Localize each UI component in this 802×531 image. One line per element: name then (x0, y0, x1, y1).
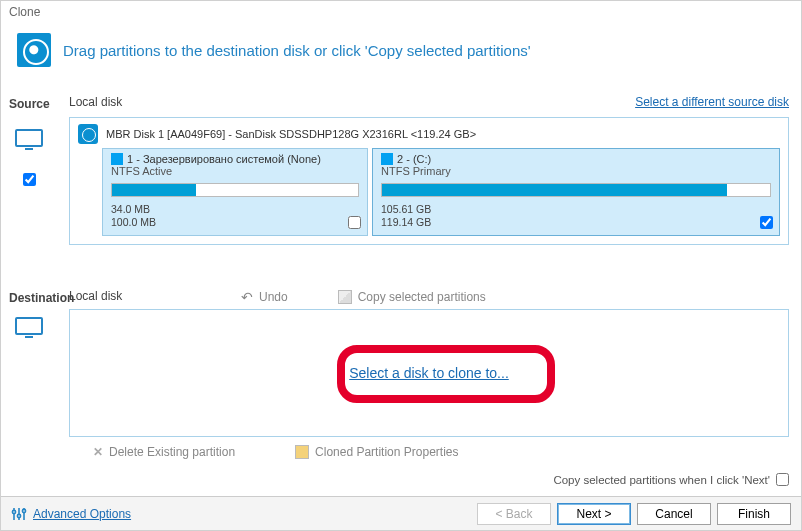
destination-local-disk: Local disk (69, 289, 122, 303)
destination-label: Destination (9, 291, 74, 305)
disk-header: MBR Disk 1 [AA049F69] - SanDisk SDSSDHP1… (70, 118, 788, 148)
select-different-source-link[interactable]: Select a different source disk (635, 95, 789, 109)
monitor-icon (15, 129, 43, 151)
partition-title: 2 - (C:) (397, 153, 431, 165)
props-label: Cloned Partition Properties (315, 445, 458, 459)
source-label: Source (9, 97, 50, 111)
partition-total: 119.14 GB (381, 216, 771, 229)
partition-subtype: NTFS Primary (381, 165, 771, 177)
windows-flag-icon (111, 153, 123, 165)
source-disk-panel: MBR Disk 1 [AA049F69] - SanDisk SDSSDHP1… (69, 117, 789, 245)
delete-label: Delete Existing partition (109, 445, 235, 459)
copy-on-next-checkbox[interactable] (776, 473, 789, 486)
usage-fill (112, 184, 196, 196)
usage-bar (111, 183, 359, 197)
back-button[interactable]: < Back (477, 503, 551, 525)
partition-total: 100.0 MB (111, 216, 359, 229)
footer: Advanced Options < Back Next > Cancel Fi… (1, 496, 801, 530)
properties-icon (295, 445, 309, 459)
advanced-options-link[interactable]: Advanced Options (33, 507, 131, 521)
undo-icon (241, 289, 253, 305)
partition-subtype: NTFS Active (111, 165, 359, 177)
partition-checkbox[interactable] (760, 216, 773, 229)
undo-label: Undo (259, 290, 288, 304)
svg-point-8 (17, 514, 20, 517)
copy-selected-button[interactable]: Copy selected partitions (338, 290, 486, 304)
svg-rect-3 (25, 336, 33, 338)
sliders-icon (11, 506, 27, 522)
usage-fill (382, 184, 727, 196)
usage-bar (381, 183, 771, 197)
monitor-icon (15, 317, 43, 339)
svg-rect-1 (25, 148, 33, 150)
source-local-disk: Local disk (69, 95, 122, 109)
header: Drag partitions to the destination disk … (1, 23, 801, 81)
destination-toolbar: Undo Copy selected partitions (241, 289, 486, 305)
svg-rect-2 (16, 318, 42, 334)
svg-point-7 (12, 510, 15, 513)
delete-existing-button[interactable]: Delete Existing partition (93, 445, 235, 459)
window-title: Clone (1, 1, 801, 23)
delete-icon (93, 445, 103, 459)
header-instruction: Drag partitions to the destination disk … (63, 42, 531, 59)
partition-used: 34.0 MB (111, 203, 359, 216)
hint-text: Copy selected partitions when I click 'N… (553, 474, 770, 486)
destination-actions: Delete Existing partition Cloned Partiti… (93, 445, 789, 459)
copy-on-next-hint: Copy selected partitions when I click 'N… (553, 473, 789, 486)
partition-1[interactable]: 1 - Зарезервировано системой (None) NTFS… (102, 148, 368, 236)
source-disk-checkbox[interactable] (23, 173, 36, 186)
source-row: Local disk Select a different source dis… (69, 95, 789, 109)
select-disk-to-clone-link[interactable]: Select a disk to clone to... (345, 363, 513, 383)
next-button[interactable]: Next > (557, 503, 631, 525)
svg-rect-0 (16, 130, 42, 146)
svg-point-9 (22, 509, 25, 512)
disk-label: MBR Disk 1 [AA049F69] - SanDisk SDSSDHP1… (106, 128, 476, 140)
partition-2[interactable]: 2 - (C:) NTFS Primary 105.61 GB 119.14 G… (372, 148, 780, 236)
windows-flag-icon (381, 153, 393, 165)
cloned-props-button[interactable]: Cloned Partition Properties (295, 445, 458, 459)
partition-title: 1 - Зарезервировано системой (None) (127, 153, 321, 165)
partition-used: 105.61 GB (381, 203, 771, 216)
copy-label: Copy selected partitions (358, 290, 486, 304)
undo-button[interactable]: Undo (241, 289, 288, 305)
destination-panel: Select a disk to clone to... (69, 309, 789, 437)
clone-app-icon (17, 33, 51, 67)
cancel-button[interactable]: Cancel (637, 503, 711, 525)
finish-button[interactable]: Finish (717, 503, 791, 525)
partition-checkbox[interactable] (348, 216, 361, 229)
hdd-icon (78, 124, 98, 144)
copy-icon (338, 290, 352, 304)
